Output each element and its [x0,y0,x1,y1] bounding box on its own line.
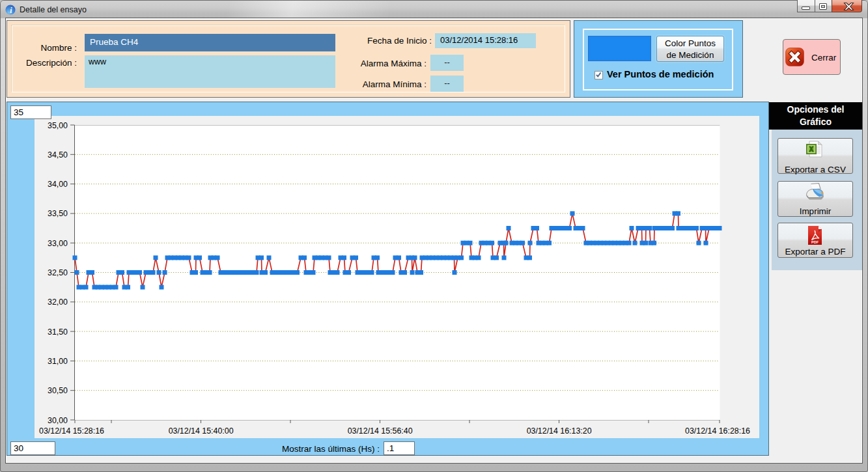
svg-text:32,00: 32,00 [48,298,68,307]
svg-text:33,50: 33,50 [48,209,68,218]
svg-text:03/12/14 16:28:16: 03/12/14 16:28:16 [685,426,750,436]
svg-text:33,00: 33,00 [48,239,68,248]
svg-text:35,00: 35,00 [48,121,68,130]
svg-text:31,00: 31,00 [48,357,68,366]
svg-text:03/12/14 16:13:20: 03/12/14 16:13:20 [527,426,592,436]
svg-text:03/12/14 15:40:00: 03/12/14 15:40:00 [169,426,234,436]
svg-text:30,50: 30,50 [48,386,68,395]
svg-text:32,50: 32,50 [48,268,68,277]
svg-text:31,50: 31,50 [48,327,68,337]
svg-text:34,00: 34,00 [48,180,68,189]
svg-text:03/12/14 15:28:16: 03/12/14 15:28:16 [39,426,104,436]
svg-text:03/12/14 15:56:40: 03/12/14 15:56:40 [348,426,413,436]
svg-text:34,50: 34,50 [48,150,68,160]
svg-text:30,00: 30,00 [48,416,68,425]
svg-text:PDF: PDF [811,240,819,244]
